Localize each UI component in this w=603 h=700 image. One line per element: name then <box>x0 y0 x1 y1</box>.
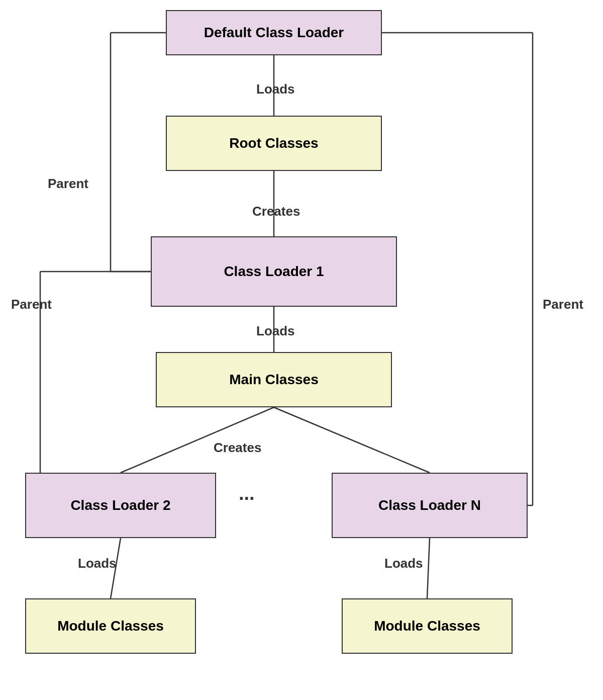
loads-1-label: Loads <box>256 81 295 97</box>
class-loader-2-box: Class Loader 2 <box>25 473 216 538</box>
loads-3-label: Loads <box>78 556 117 571</box>
svg-line-6 <box>427 538 430 598</box>
main-classes-box: Main Classes <box>156 352 392 407</box>
class-loader-diagram: Default Class Loader Root Classes Class … <box>0 0 603 700</box>
class-loader-2-label: Class Loader 2 <box>70 497 170 513</box>
loads-4-label: Loads <box>384 556 423 571</box>
module-classes-2-label: Module Classes <box>374 618 480 634</box>
default-class-loader-box: Default Class Loader <box>166 10 382 55</box>
parent-2-label: Parent <box>11 297 52 312</box>
class-loader-n-box: Class Loader N <box>332 473 528 538</box>
default-class-loader-label: Default Class Loader <box>204 25 344 41</box>
module-classes-2-box: Module Classes <box>342 598 513 654</box>
class-loader-1-box: Class Loader 1 <box>151 236 397 307</box>
loads-2-label: Loads <box>256 323 295 339</box>
main-classes-label: Main Classes <box>229 372 318 388</box>
module-classes-1-box: Module Classes <box>25 598 196 654</box>
parent-3-label: Parent <box>543 297 583 312</box>
root-classes-label: Root Classes <box>229 135 318 151</box>
root-classes-box: Root Classes <box>166 116 382 171</box>
creates-1-label: Creates <box>252 204 300 219</box>
ellipsis-label: ··· <box>239 488 255 509</box>
creates-2-label: Creates <box>214 440 261 456</box>
parent-1-label: Parent <box>48 176 88 192</box>
svg-line-4 <box>274 407 430 473</box>
class-loader-n-label: Class Loader N <box>378 497 481 513</box>
class-loader-1-label: Class Loader 1 <box>224 264 324 280</box>
module-classes-1-label: Module Classes <box>57 618 164 634</box>
connector-lines <box>0 0 603 700</box>
